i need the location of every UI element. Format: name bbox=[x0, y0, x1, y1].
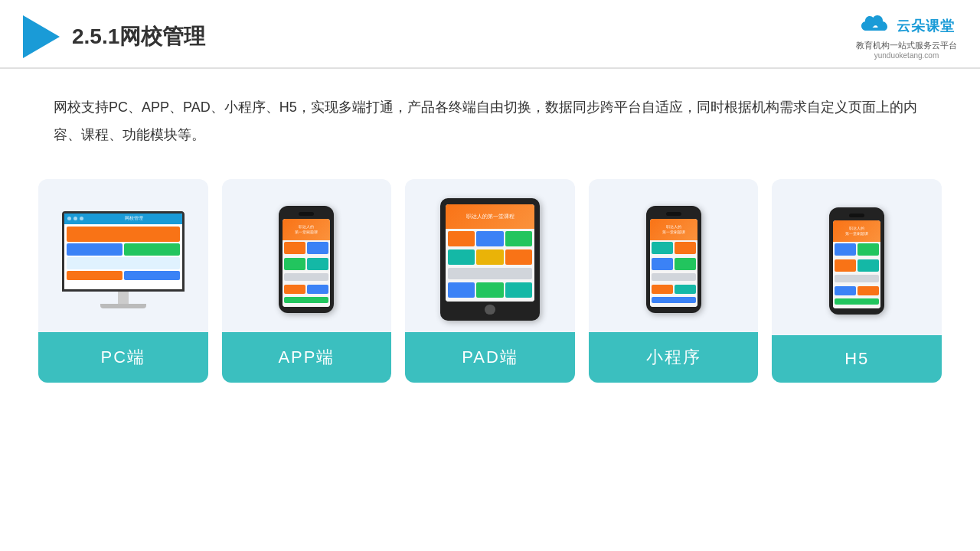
brand-logo: ☁ 云朵课堂 bbox=[858, 14, 955, 38]
card-pc-label: PC端 bbox=[38, 332, 208, 383]
pc-monitor-icon: 网校管理 bbox=[62, 211, 185, 308]
card-h5-image: 职达人的第一堂刷题课 bbox=[772, 179, 942, 335]
brand-url: yunduoketang.com bbox=[874, 51, 939, 60]
card-app-image: 职达人的第一堂刷题课 bbox=[222, 179, 392, 332]
card-miniprogram-image: 职达人的第一堂刷题课 bbox=[589, 179, 759, 332]
card-h5-label: H5 bbox=[772, 335, 942, 383]
phone-miniprogram-icon: 职达人的第一堂刷题课 bbox=[646, 206, 701, 313]
header-left: 2.5.1网校管理 bbox=[23, 15, 205, 58]
card-app-label: APP端 bbox=[222, 332, 392, 383]
card-miniprogram-label: 小程序 bbox=[589, 332, 759, 383]
brand-name: 云朵课堂 bbox=[897, 17, 955, 35]
card-app: 职达人的第一堂刷题课 bbox=[222, 179, 392, 383]
cloud-icon: ☁ bbox=[858, 14, 892, 38]
brand-sub: 教育机构一站式服务云平台 bbox=[856, 40, 957, 51]
phone-h5-icon: 职达人的第一堂刷题课 bbox=[829, 207, 884, 315]
page-title: 2.5.1网校管理 bbox=[72, 22, 205, 51]
logo-triangle-icon bbox=[23, 15, 60, 58]
phone-app-icon: 职达人的第一堂刷题课 bbox=[279, 206, 334, 313]
card-pad-image: 职达人的第一堂课程 bbox=[405, 179, 575, 332]
cards-container: 网校管理 PC端 bbox=[0, 156, 980, 406]
brand-section: ☁ 云朵课堂 教育机构一站式服务云平台 yunduoketang.com bbox=[856, 14, 957, 60]
card-pc: 网校管理 PC端 bbox=[38, 179, 208, 383]
card-pad: 职达人的第一堂课程 bbox=[405, 179, 575, 383]
description-text: 网校支持PC、APP、PAD、小程序、H5，实现多端打通，产品各终端自由切换，数… bbox=[0, 69, 980, 156]
card-pad-label: PAD端 bbox=[405, 332, 575, 383]
header: 2.5.1网校管理 ☁ 云朵课堂 教育机构一站式服务云平台 yunduoketa… bbox=[0, 0, 980, 69]
card-h5: 职达人的第一堂刷题课 bbox=[772, 179, 942, 383]
tablet-pad-icon: 职达人的第一堂课程 bbox=[440, 198, 540, 321]
svg-text:☁: ☁ bbox=[872, 22, 878, 29]
card-pc-image: 网校管理 bbox=[38, 179, 208, 332]
card-miniprogram: 职达人的第一堂刷题课 bbox=[589, 179, 759, 383]
